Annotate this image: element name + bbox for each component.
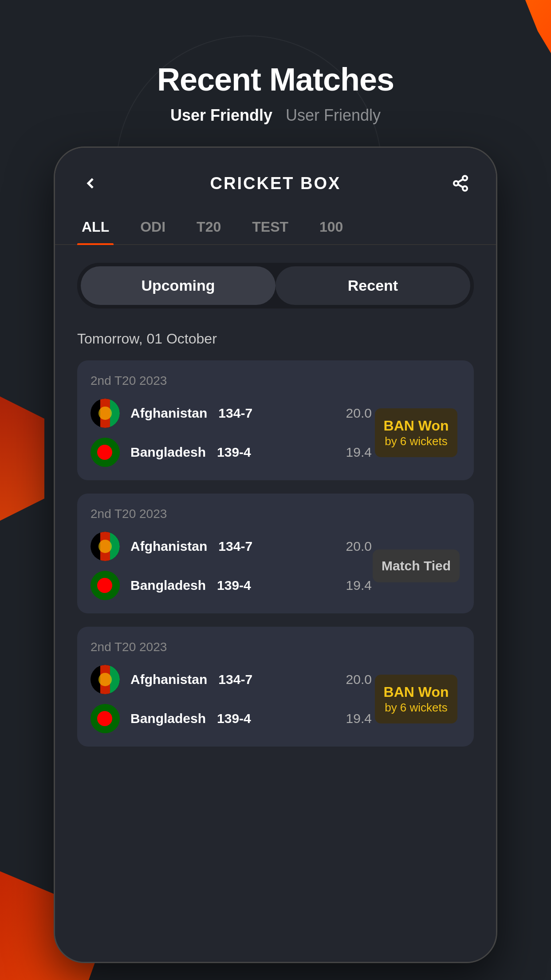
result-section-2: Match Tied <box>372 549 460 582</box>
page-subtitle: User Friendly User Friendly <box>0 106 551 125</box>
page-header: Recent Matches User Friendly User Friend… <box>0 62 551 125</box>
flag-afghanistan-1 <box>91 399 120 428</box>
result-box-1: BAN Won by 6 wickets <box>375 408 458 457</box>
tab-t20[interactable]: T20 <box>192 210 225 244</box>
match-card-2[interactable]: 2nd T20 2023 Afghanistan 1 <box>77 494 474 613</box>
team-overs-afg-2: 20.0 <box>346 539 372 554</box>
date-section-header: Tomorrow, 01 October <box>55 322 496 356</box>
result-section-1: BAN Won by 6 wickets <box>372 408 460 457</box>
share-button[interactable] <box>447 170 474 197</box>
tab-all[interactable]: ALL <box>77 210 114 244</box>
teams-section-3: Afghanistan 134-7 20.0 Bangladesh <box>91 665 372 733</box>
bg-decoration-left-mid <box>0 392 44 525</box>
team-overs-ban-2: 19.4 <box>346 578 372 593</box>
match-content-2: Afghanistan 134-7 20.0 Bangladesh <box>91 532 460 600</box>
match-teams-2: Afghanistan 134-7 20.0 Bangladesh <box>91 532 372 600</box>
nav-bar: CRICKET BOX <box>55 148 496 210</box>
afg-emblem-3 <box>98 673 112 686</box>
match-card-1[interactable]: 2nd T20 2023 Afghanistan 1 <box>77 360 474 480</box>
svg-point-0 <box>463 176 467 180</box>
team-row-afg-2: Afghanistan 134-7 20.0 <box>91 532 372 561</box>
flag-bangladesh-3 <box>91 704 120 733</box>
flag-bangladesh-2 <box>91 571 120 600</box>
match-teams-1: Afghanistan 134-7 20.0 Bangladesh <box>91 399 372 467</box>
team-row-afg-1: Afghanistan 134-7 20.0 <box>91 399 372 428</box>
team-overs-afg-1: 20.0 <box>346 406 372 421</box>
match-content-1: Afghanistan 134-7 20.0 Bangladesh <box>91 399 460 467</box>
match-teams-3: Afghanistan 134-7 20.0 Bangladesh <box>91 665 372 733</box>
match-series-2: 2nd T20 2023 <box>91 507 460 521</box>
result-won-3: BAN Won <box>384 684 449 700</box>
match-series-1: 2nd T20 2023 <box>91 374 460 388</box>
tab-bar: ALL ODI T20 TEST 100 <box>55 210 496 245</box>
teams-section-2: Afghanistan 134-7 20.0 Bangladesh <box>91 532 372 600</box>
phone-mockup: CRICKET BOX ALL ODI T20 <box>54 146 497 963</box>
app-title: CRICKET BOX <box>210 174 341 193</box>
svg-line-4 <box>458 179 463 182</box>
afg-emblem-2 <box>98 540 112 553</box>
back-icon <box>82 174 99 192</box>
toggle-container: Upcoming Recent <box>77 263 474 308</box>
flag-afghanistan-3 <box>91 665 120 694</box>
team-name-ban-1: Bangladesh 139-4 <box>130 445 335 460</box>
match-series-3: 2nd T20 2023 <box>91 640 460 654</box>
result-section-3: BAN Won by 6 wickets <box>372 675 460 723</box>
tab-odi[interactable]: ODI <box>136 210 170 244</box>
result-box-3: BAN Won by 6 wickets <box>375 675 458 723</box>
team-name-ban-2: Bangladesh 139-4 <box>130 578 335 593</box>
team-name-ban-3: Bangladesh 139-4 <box>130 711 335 726</box>
team-name-afg-1: Afghanistan 134-7 <box>130 406 335 421</box>
team-overs-ban-3: 19.4 <box>346 711 372 726</box>
team-name-afg-3: Afghanistan 134-7 <box>130 672 335 687</box>
team-row-ban-3: Bangladesh 139-4 19.4 <box>91 704 372 733</box>
subtitle-active: User Friendly <box>170 106 272 125</box>
subtitle-inactive: User Friendly <box>286 106 381 125</box>
team-row-ban-2: Bangladesh 139-4 19.4 <box>91 571 372 600</box>
result-by-1: by 6 wickets <box>384 435 449 448</box>
svg-line-3 <box>458 185 463 188</box>
match-content-3: Afghanistan 134-7 20.0 Bangladesh <box>91 665 460 733</box>
team-name-afg-2: Afghanistan 134-7 <box>130 539 335 554</box>
team-overs-afg-3: 20.0 <box>346 672 372 687</box>
flag-afghanistan-2 <box>91 532 120 561</box>
upcoming-toggle[interactable]: Upcoming <box>81 266 276 305</box>
page-title: Recent Matches <box>0 62 551 97</box>
share-icon <box>452 174 469 192</box>
svg-point-1 <box>454 181 458 186</box>
result-won-1: BAN Won <box>384 417 449 434</box>
app-screen: CRICKET BOX ALL ODI T20 <box>55 148 496 962</box>
result-by-3: by 6 wickets <box>384 701 449 715</box>
team-row-ban-1: Bangladesh 139-4 19.4 <box>91 438 372 467</box>
afg-emblem-1 <box>98 407 112 420</box>
result-box-tied-2: Match Tied <box>373 549 460 582</box>
tab-100[interactable]: 100 <box>315 210 347 244</box>
team-row-afg-3: Afghanistan 134-7 20.0 <box>91 665 372 694</box>
matches-list: 2nd T20 2023 Afghanistan 1 <box>55 356 496 962</box>
team-overs-ban-1: 19.4 <box>346 445 372 460</box>
match-card-3[interactable]: 2nd T20 2023 Afghanistan 1 <box>77 627 474 747</box>
teams-section-1: Afghanistan 134-7 20.0 Bangladesh <box>91 399 372 467</box>
back-button[interactable] <box>77 170 104 197</box>
svg-point-2 <box>463 186 467 191</box>
recent-toggle[interactable]: Recent <box>276 266 470 305</box>
tab-test[interactable]: TEST <box>248 210 293 244</box>
result-tied-2: Match Tied <box>382 558 451 573</box>
flag-bangladesh-1 <box>91 438 120 467</box>
